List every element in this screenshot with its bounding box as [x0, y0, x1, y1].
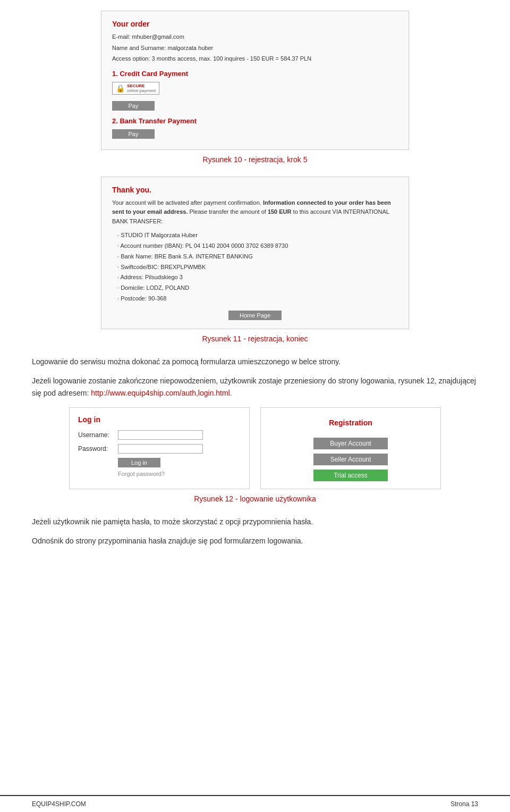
- name-value: malgorzata huber: [168, 45, 214, 51]
- thankyou-text1: Your account will be activated after pay…: [112, 199, 261, 206]
- order-access: Access option: 3 months access, max. 100…: [112, 54, 398, 63]
- login-button[interactable]: Log in: [118, 458, 160, 467]
- email-label: E-mail:: [112, 34, 130, 40]
- bank-transfer-title: 2. Bank Transfer Payment: [112, 117, 398, 125]
- para1: Logowanie do serwisu można dokonać za po…: [32, 356, 478, 367]
- figure12-caption: Rysunek 12 - logowanie użytkownika: [32, 495, 478, 503]
- bank-details-list: STUDIO IT Malgorzata Huber Account numbe…: [112, 230, 398, 304]
- figure10-caption: Rysunek 10 - rejestracja, krok 5: [32, 155, 478, 164]
- footer-left: EQUIP4SHIP.COM: [32, 800, 86, 808]
- password-label: Password:: [78, 445, 118, 453]
- bank-detail-1: STUDIO IT Malgorzata Huber: [117, 230, 398, 241]
- bank-detail-4: Swiftcode/BIC: BREXPLPWMBK: [117, 262, 398, 273]
- para4: Odnośnik do strony przypominania hasła z…: [32, 535, 478, 547]
- order-title: Your order: [112, 20, 398, 28]
- name-label: Name and Surname:: [112, 45, 166, 51]
- access-value: 3 months access, max. 100 inquires - 150…: [152, 55, 312, 62]
- registration-panel-title: Registration: [329, 418, 372, 427]
- username-row: Username:: [78, 430, 241, 440]
- amount-bold: 150 EUR: [268, 208, 292, 215]
- registration-panel: Registration Buyer Account Seller Accoun…: [260, 407, 441, 489]
- bank-detail-6: Domicile: LODZ, POLAND: [117, 283, 398, 294]
- bank-detail-5: Address: Pilsudskiego 3: [117, 272, 398, 283]
- order-email: E-mail: mhuber@gmail.com: [112, 32, 398, 41]
- para2: Jeżeli logowanie zostanie zakończone nie…: [32, 375, 478, 399]
- secure-badge: 🔒 SECURE online payment: [112, 82, 159, 95]
- seller-account-button[interactable]: Seller Account: [313, 454, 388, 465]
- password-row: Password:: [78, 444, 241, 454]
- secure-label: SECURE: [127, 83, 156, 88]
- login-panel-title: Log in: [78, 415, 241, 424]
- login-panel: Log in Username: Password: Log in Forgot…: [69, 407, 250, 489]
- username-label: Username:: [78, 431, 118, 439]
- bank-detail-3: Bank Name: BRE Bank S.A. INTERNET BANKIN…: [117, 252, 398, 262]
- figure11-caption: Rysunek 11 - rejestracja, koniec: [32, 334, 478, 343]
- figure11-screenshot: Thank you. Your account will be activate…: [101, 177, 409, 329]
- thankyou-text: Your account will be activated after pay…: [112, 198, 398, 227]
- buyer-account-button[interactable]: Buyer Account: [313, 438, 388, 449]
- forgot-password-link[interactable]: Forgot password?: [118, 471, 241, 477]
- pay-button-1[interactable]: Pay: [112, 101, 155, 111]
- para3: Jeżeli użytkownik nie pamięta hasła, to …: [32, 516, 478, 528]
- footer-right: Strona 13: [450, 800, 478, 808]
- trial-access-button[interactable]: Trial access: [313, 470, 388, 481]
- pay-button-2[interactable]: Pay: [112, 129, 155, 139]
- bank-detail-7: Postcode: 90-368: [117, 294, 398, 304]
- page-footer: EQUIP4SHIP.COM Strona 13: [0, 795, 510, 812]
- password-input[interactable]: [118, 444, 203, 454]
- thankyou-title: Thank you.: [112, 186, 398, 194]
- secure-sub: online payment: [127, 88, 156, 93]
- figure12-panels: Log in Username: Password: Log in Forgot…: [69, 407, 441, 489]
- secure-icon: 🔒: [116, 84, 125, 93]
- bank-detail-2: Account number (IBAN): PL 04 1140 2004 0…: [117, 241, 398, 252]
- username-input[interactable]: [118, 430, 203, 440]
- email-value: mhuber@gmail.com: [132, 34, 184, 40]
- credit-card-title: 1. Credit Card Payment: [112, 70, 398, 78]
- access-label: Access option:: [112, 55, 150, 62]
- order-name: Name and Surname: malgorzata huber: [112, 44, 398, 53]
- figure10-screenshot: Your order E-mail: mhuber@gmail.com Name…: [101, 11, 409, 150]
- home-page-button[interactable]: Home Page: [228, 311, 282, 320]
- login-link[interactable]: http://www.equip4ship.com/auth,login.htm…: [91, 389, 230, 397]
